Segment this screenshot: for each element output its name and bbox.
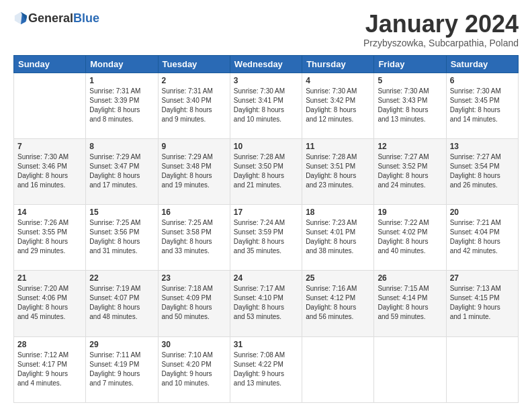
day-cell: 12Sunrise: 7:27 AM Sunset: 3:52 PM Dayli… (374, 138, 446, 204)
day-info: Sunrise: 7:16 AM Sunset: 4:12 PM Dayligh… (306, 284, 370, 322)
day-info: Sunrise: 7:20 AM Sunset: 4:06 PM Dayligh… (17, 284, 82, 322)
day-info: Sunrise: 7:27 AM Sunset: 3:52 PM Dayligh… (378, 152, 442, 190)
day-cell: 26Sunrise: 7:15 AM Sunset: 4:14 PM Dayli… (374, 271, 446, 336)
logo: GeneralBlue (13, 11, 99, 26)
day-cell: 10Sunrise: 7:28 AM Sunset: 3:50 PM Dayli… (230, 138, 302, 204)
day-info: Sunrise: 7:24 AM Sunset: 3:59 PM Dayligh… (234, 218, 298, 256)
day-cell: 18Sunrise: 7:23 AM Sunset: 4:01 PM Dayli… (302, 205, 374, 271)
day-cell: 4Sunrise: 7:30 AM Sunset: 3:42 PM Daylig… (302, 73, 374, 138)
day-info: Sunrise: 7:30 AM Sunset: 3:43 PM Dayligh… (378, 87, 442, 124)
logo-icon (13, 11, 28, 26)
col-header-thursday: Thursday (302, 55, 374, 73)
day-info: Sunrise: 7:28 AM Sunset: 3:50 PM Dayligh… (234, 152, 298, 190)
week-row-1: 7Sunrise: 7:30 AM Sunset: 3:46 PM Daylig… (14, 138, 519, 204)
col-header-sunday: Sunday (14, 55, 86, 73)
day-number: 11 (306, 142, 370, 151)
col-header-friday: Friday (374, 55, 446, 73)
day-number: 10 (234, 142, 298, 151)
day-cell: 3Sunrise: 7:30 AM Sunset: 3:41 PM Daylig… (230, 73, 302, 138)
day-cell: 5Sunrise: 7:30 AM Sunset: 3:43 PM Daylig… (374, 73, 446, 138)
day-info: Sunrise: 7:21 AM Sunset: 4:04 PM Dayligh… (450, 218, 515, 256)
day-cell: 22Sunrise: 7:19 AM Sunset: 4:07 PM Dayli… (86, 271, 158, 336)
day-cell: 7Sunrise: 7:30 AM Sunset: 3:46 PM Daylig… (14, 138, 86, 204)
day-number: 8 (89, 142, 154, 151)
day-info: Sunrise: 7:29 AM Sunset: 3:47 PM Dayligh… (89, 152, 154, 190)
day-number: 20 (450, 208, 515, 217)
day-cell: 20Sunrise: 7:21 AM Sunset: 4:04 PM Dayli… (446, 205, 518, 271)
day-number: 12 (378, 142, 442, 151)
day-cell (302, 336, 374, 402)
day-number: 28 (17, 340, 82, 349)
week-row-0: 1Sunrise: 7:31 AM Sunset: 3:39 PM Daylig… (14, 73, 519, 138)
day-cell: 31Sunrise: 7:08 AM Sunset: 4:22 PM Dayli… (230, 336, 302, 402)
day-cell: 11Sunrise: 7:28 AM Sunset: 3:51 PM Dayli… (302, 138, 374, 204)
day-cell: 2Sunrise: 7:31 AM Sunset: 3:40 PM Daylig… (158, 73, 230, 138)
day-info: Sunrise: 7:23 AM Sunset: 4:01 PM Dayligh… (306, 218, 370, 256)
day-info: Sunrise: 7:10 AM Sunset: 4:20 PM Dayligh… (162, 351, 226, 388)
day-number: 4 (306, 76, 370, 85)
day-info: Sunrise: 7:11 AM Sunset: 4:19 PM Dayligh… (89, 351, 154, 388)
day-info: Sunrise: 7:28 AM Sunset: 3:51 PM Dayligh… (306, 152, 370, 190)
day-info: Sunrise: 7:30 AM Sunset: 3:41 PM Dayligh… (234, 87, 298, 124)
day-cell: 29Sunrise: 7:11 AM Sunset: 4:19 PM Dayli… (86, 336, 158, 402)
day-number: 26 (378, 273, 442, 283)
week-row-3: 21Sunrise: 7:20 AM Sunset: 4:06 PM Dayli… (14, 271, 519, 336)
col-header-tuesday: Tuesday (158, 55, 230, 73)
day-info: Sunrise: 7:30 AM Sunset: 3:42 PM Dayligh… (306, 87, 370, 124)
week-row-4: 28Sunrise: 7:12 AM Sunset: 4:17 PM Dayli… (14, 336, 519, 402)
day-number: 31 (234, 340, 298, 349)
logo-text: GeneralBlue (13, 11, 99, 26)
day-info: Sunrise: 7:15 AM Sunset: 4:14 PM Dayligh… (378, 284, 442, 322)
day-cell: 13Sunrise: 7:27 AM Sunset: 3:54 PM Dayli… (446, 138, 518, 204)
day-info: Sunrise: 7:19 AM Sunset: 4:07 PM Dayligh… (89, 284, 154, 322)
page: GeneralBlue January 2024 Przybyszowka, S… (0, 0, 532, 411)
day-cell: 6Sunrise: 7:30 AM Sunset: 3:45 PM Daylig… (446, 73, 518, 138)
day-number: 1 (89, 76, 154, 85)
day-info: Sunrise: 7:08 AM Sunset: 4:22 PM Dayligh… (234, 351, 298, 388)
day-number: 13 (450, 142, 515, 151)
day-number: 18 (306, 208, 370, 217)
day-info: Sunrise: 7:25 AM Sunset: 3:58 PM Dayligh… (162, 218, 226, 256)
day-info: Sunrise: 7:17 AM Sunset: 4:10 PM Dayligh… (234, 284, 298, 322)
day-cell: 15Sunrise: 7:25 AM Sunset: 3:56 PM Dayli… (86, 205, 158, 271)
day-number: 9 (162, 142, 226, 151)
day-number: 3 (234, 76, 298, 85)
day-cell: 30Sunrise: 7:10 AM Sunset: 4:20 PM Dayli… (158, 336, 230, 402)
day-cell: 8Sunrise: 7:29 AM Sunset: 3:47 PM Daylig… (86, 138, 158, 204)
day-cell: 25Sunrise: 7:16 AM Sunset: 4:12 PM Dayli… (302, 271, 374, 336)
day-cell: 21Sunrise: 7:20 AM Sunset: 4:06 PM Dayli… (14, 271, 86, 336)
day-number: 7 (17, 142, 82, 151)
title-block: January 2024 Przybyszowka, Subcarpathia,… (363, 11, 519, 48)
logo-blue: Blue (73, 11, 99, 26)
day-cell: 24Sunrise: 7:17 AM Sunset: 4:10 PM Dayli… (230, 271, 302, 336)
col-header-monday: Monday (86, 55, 158, 73)
day-number: 27 (450, 273, 515, 283)
day-number: 17 (234, 208, 298, 217)
day-cell (446, 336, 518, 402)
day-cell: 19Sunrise: 7:22 AM Sunset: 4:02 PM Dayli… (374, 205, 446, 271)
day-number: 19 (378, 208, 442, 217)
day-info: Sunrise: 7:18 AM Sunset: 4:09 PM Dayligh… (162, 284, 226, 322)
day-cell: 17Sunrise: 7:24 AM Sunset: 3:59 PM Dayli… (230, 205, 302, 271)
day-info: Sunrise: 7:25 AM Sunset: 3:56 PM Dayligh… (89, 218, 154, 256)
day-number: 5 (378, 76, 442, 85)
day-cell: 16Sunrise: 7:25 AM Sunset: 3:58 PM Dayli… (158, 205, 230, 271)
month-title: January 2024 (363, 11, 519, 38)
day-number: 16 (162, 208, 226, 217)
day-number: 6 (450, 76, 515, 85)
logo-general: General (28, 11, 73, 26)
day-number: 23 (162, 273, 226, 283)
day-info: Sunrise: 7:30 AM Sunset: 3:45 PM Dayligh… (450, 87, 515, 124)
day-cell: 27Sunrise: 7:13 AM Sunset: 4:15 PM Dayli… (446, 271, 518, 336)
day-info: Sunrise: 7:22 AM Sunset: 4:02 PM Dayligh… (378, 218, 442, 256)
day-cell: 9Sunrise: 7:29 AM Sunset: 3:48 PM Daylig… (158, 138, 230, 204)
header: GeneralBlue January 2024 Przybyszowka, S… (13, 11, 519, 48)
calendar-table: SundayMondayTuesdayWednesdayThursdayFrid… (13, 55, 519, 403)
day-number: 30 (162, 340, 226, 349)
day-info: Sunrise: 7:30 AM Sunset: 3:46 PM Dayligh… (17, 152, 82, 190)
day-info: Sunrise: 7:31 AM Sunset: 3:39 PM Dayligh… (89, 87, 154, 124)
day-info: Sunrise: 7:26 AM Sunset: 3:55 PM Dayligh… (17, 218, 82, 256)
day-number: 25 (306, 273, 370, 283)
day-number: 2 (162, 76, 226, 85)
day-info: Sunrise: 7:13 AM Sunset: 4:15 PM Dayligh… (450, 284, 515, 322)
